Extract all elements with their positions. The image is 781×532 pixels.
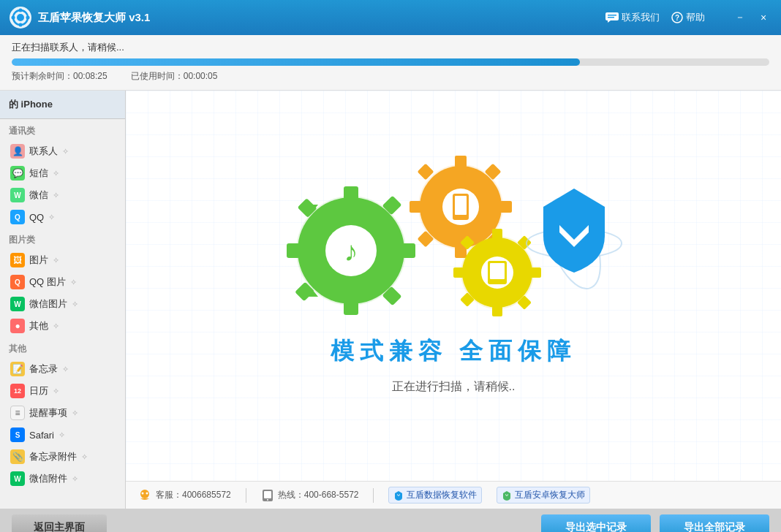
reminders-label: 提醒事项 (29, 406, 67, 419)
qq-photos-label: QQ 图片 (29, 276, 66, 289)
info-divider-2 (373, 488, 374, 503)
wechat-photos-label: 微信图片 (29, 297, 67, 311)
sidebar-item-photos[interactable]: 🖼 图片 ✧ (0, 249, 125, 271)
minimize-button[interactable]: － (731, 9, 749, 26)
svg-rect-18 (287, 243, 300, 258)
scanning-text: 正在进行扫描，请稍候.. (392, 379, 516, 395)
svg-rect-27 (455, 156, 467, 167)
qq-icon: Q (10, 210, 25, 224)
svg-rect-15 (344, 186, 358, 200)
svg-point-38 (459, 215, 462, 218)
contact-us-label: 联系我们 (622, 11, 660, 24)
wechat-icon: W (10, 188, 25, 202)
product2-badge[interactable]: 互盾安卓恢复大师 (497, 487, 590, 503)
product2-icon (502, 490, 512, 501)
qq-label: QQ (29, 212, 44, 223)
title-bar: 互盾苹果恢复大师 v3.1 联系我们 ? 帮助 － × (0, 0, 781, 35)
notes-label: 备忘录 (29, 362, 58, 376)
hotline-info: 热线：400-668-5572 (261, 489, 359, 502)
export-selected-button[interactable]: 导出选中记录 (541, 514, 651, 532)
sidebar-item-other-photos[interactable]: ● 其他 ✧ (0, 315, 125, 337)
back-to-main-button[interactable]: 返回主界面 (12, 514, 107, 532)
product1-icon (393, 490, 404, 501)
safari-label: Safari (29, 430, 54, 441)
svg-rect-30 (410, 201, 421, 213)
sidebar-item-wechat-photos[interactable]: W 微信图片 ✧ (0, 293, 125, 315)
svg-rect-16 (344, 302, 358, 315)
svg-point-5 (19, 23, 23, 27)
qq-photo-icon: Q (10, 275, 25, 289)
chat-icon (605, 12, 619, 23)
svg-rect-51 (490, 263, 505, 279)
svg-rect-41 (492, 229, 502, 239)
app-logo (9, 6, 32, 29)
sidebar-item-safari[interactable]: S Safari ✧ (0, 424, 125, 446)
notes-att-label: 备忘录附件 (29, 450, 77, 463)
svg-point-56 (142, 492, 144, 494)
sidebar-item-qq-photos[interactable]: Q QQ 图片 ✧ (0, 271, 125, 293)
calendar-icon: 12 (10, 384, 25, 398)
sidebar-item-notes[interactable]: 📝 备忘录 ✧ (0, 358, 125, 380)
notes-icon: 📝 (10, 362, 25, 376)
bottom-info-bar: 客服：4006685572 热线：400-668-5572 互盾数据恢复软件 (126, 481, 781, 509)
svg-rect-17 (402, 243, 415, 258)
svg-rect-10 (608, 17, 614, 18)
wechat-att-icon: W (10, 471, 25, 486)
product1-badge[interactable]: 互盾数据恢复软件 (388, 487, 482, 503)
other-photos-label: 其他 (29, 319, 48, 332)
notes-att-icon: 📎 (10, 449, 25, 464)
svg-point-4 (26, 16, 30, 20)
device-header: 的 iPhone (0, 91, 125, 119)
close-button[interactable]: × (755, 9, 772, 26)
wechat-photo-icon: W (10, 297, 25, 311)
calendar-label: 日历 (29, 384, 48, 398)
sidebar-item-wechat[interactable]: W 微信 ✧ (0, 184, 125, 206)
sidebar-item-sms[interactable]: 💬 短信 ✧ (0, 162, 125, 184)
photo-icon: 🖼 (10, 253, 25, 267)
category-communications: 通讯类 (0, 119, 125, 140)
center-illustration: ♪ (126, 91, 781, 481)
sidebar-item-reminders[interactable]: ≡ 提醒事项 ✧ (0, 402, 125, 424)
svg-point-57 (146, 492, 148, 494)
svg-rect-9 (608, 15, 616, 16)
svg-text:♪: ♪ (344, 236, 358, 267)
svg-rect-42 (492, 306, 502, 316)
sidebar-item-qq[interactable]: Q QQ ✧ (0, 206, 125, 228)
contact-us-button[interactable]: 联系我们 (605, 11, 660, 24)
svg-rect-7 (605, 12, 619, 20)
illustration-container: ♪ (271, 156, 636, 395)
svg-rect-44 (453, 267, 464, 278)
category-photos: 图片类 (0, 228, 125, 249)
main-layout: 的 iPhone 通讯类 👤 联系人 ✧ 💬 短信 ✧ W 微信 ✧ Q QQ … (0, 91, 781, 509)
progress-status: 正在扫描联系人，请稍候... (12, 41, 769, 54)
title-bar-actions: 联系我们 ? 帮助 － × (605, 9, 772, 26)
svg-point-6 (12, 16, 15, 20)
sidebar-item-calendar[interactable]: 12 日历 ✧ (0, 380, 125, 402)
progress-area: 正在扫描联系人，请稍候... 预计剩余时间：00:08:25 已使用时间：00:… (0, 35, 781, 91)
sidebar-item-contacts[interactable]: 👤 联系人 ✧ (0, 140, 125, 162)
content-area: ♪ (126, 91, 781, 509)
photos-label: 图片 (29, 254, 48, 267)
progress-track (12, 58, 769, 66)
phone-icon (261, 489, 274, 502)
sidebar: 的 iPhone 通讯类 👤 联系人 ✧ 💬 短信 ✧ W 微信 ✧ Q QQ … (0, 91, 126, 509)
used-time: 已使用时间：00:00:05 (131, 70, 218, 83)
progress-times: 预计剩余时间：00:08:25 已使用时间：00:00:05 (12, 70, 769, 83)
tagline: 模式兼容 全面保障 (331, 335, 577, 368)
help-button[interactable]: ? 帮助 (671, 11, 705, 24)
svg-point-2 (17, 14, 24, 21)
help-label: 帮助 (686, 11, 705, 24)
qq-service-icon (137, 488, 152, 503)
svg-point-3 (19, 9, 23, 12)
svg-rect-29 (500, 201, 512, 213)
svg-rect-37 (455, 196, 467, 215)
export-all-button[interactable]: 导出全部记录 (660, 514, 769, 532)
wechat-label: 微信 (29, 189, 48, 202)
sidebar-item-wechat-attachments[interactable]: W 微信附件 ✧ (0, 468, 125, 490)
wechat-att-label: 微信附件 (29, 472, 67, 485)
sidebar-item-notes-attachments[interactable]: 📎 备忘录附件 ✧ (0, 446, 125, 468)
contacts-label: 联系人 (29, 145, 58, 158)
contacts-icon: 👤 (10, 144, 25, 159)
product2-label: 互盾安卓恢复大师 (515, 489, 585, 501)
svg-point-60 (267, 499, 268, 501)
